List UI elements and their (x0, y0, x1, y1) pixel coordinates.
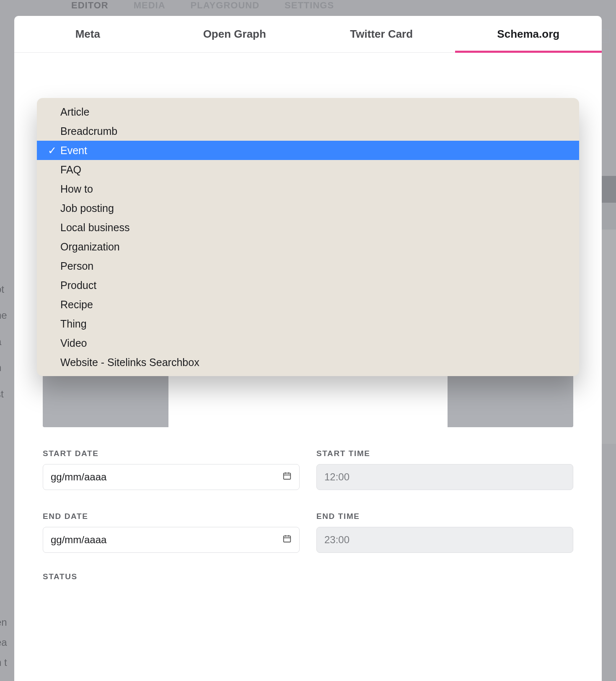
dropdown-item-label: How to (60, 183, 93, 195)
start-row: START DATE gg/mm/aaaa START TIME 12:00 (43, 449, 573, 490)
end-time-input[interactable]: 23:00 (316, 527, 573, 553)
dropdown-item-label: Job posting (60, 202, 114, 214)
dropdown-item-label: FAQ (60, 164, 81, 176)
start-time-label: START TIME (316, 449, 573, 458)
end-row: END DATE gg/mm/aaaa END TIME 23:00 (43, 512, 573, 553)
tab-twitter-card[interactable]: Twitter Card (308, 16, 455, 52)
start-time-value: 12:00 (324, 471, 349, 483)
end-time-value: 23:00 (324, 534, 349, 546)
tab-meta[interactable]: Meta (14, 16, 161, 52)
modal-tabs: Meta Open Graph Twitter Card Schema.org (14, 16, 602, 53)
modal-body: Article Breadcrumb ✓ Event FAQ How to Jo… (14, 53, 602, 681)
dropdown-item-breadcrumb[interactable]: Breadcrumb (37, 121, 579, 141)
dropdown-item-label: Recipe (60, 299, 93, 311)
start-date-label: START DATE (43, 449, 300, 458)
dropdown-item-label: Thing (60, 318, 87, 330)
tab-schema-org[interactable]: Schema.org (455, 16, 602, 52)
dropdown-item-person[interactable]: Person (37, 256, 579, 276)
status-field: STATUS (43, 572, 573, 581)
dropdown-item-label: Website - Sitelinks Searchbox (60, 356, 199, 369)
dropdown-item-job-posting[interactable]: Job posting (37, 199, 579, 218)
dropdown-item-product[interactable]: Product (37, 276, 579, 295)
end-time-field: END TIME 23:00 (316, 512, 573, 553)
calendar-icon[interactable] (282, 471, 292, 483)
tab-open-graph[interactable]: Open Graph (161, 16, 308, 52)
start-date-value: gg/mm/aaaa (51, 471, 106, 483)
dropdown-item-organization[interactable]: Organization (37, 237, 579, 256)
end-date-field: END DATE gg/mm/aaaa (43, 512, 300, 553)
dropdown-item-event[interactable]: ✓ Event (37, 141, 579, 160)
svg-rect-2 (284, 473, 291, 480)
dropdown-item-label: Breadcrumb (60, 125, 117, 137)
end-date-label: END DATE (43, 512, 300, 521)
dropdown-item-recipe[interactable]: Recipe (37, 295, 579, 314)
dropdown-item-local-business[interactable]: Local business (37, 218, 579, 237)
schema-type-dropdown: Article Breadcrumb ✓ Event FAQ How to Jo… (37, 98, 579, 376)
end-time-label: END TIME (316, 512, 573, 521)
dropdown-item-label: Video (60, 337, 87, 349)
dropdown-item-label: Article (60, 106, 89, 118)
check-icon: ✓ (48, 144, 59, 157)
dropdown-item-video[interactable]: Video (37, 333, 579, 353)
dropdown-item-article[interactable]: Article (37, 102, 579, 121)
dropdown-item-label: Organization (60, 241, 120, 253)
dropdown-item-howto[interactable]: How to (37, 179, 579, 199)
status-label: STATUS (43, 572, 573, 581)
start-date-field: START DATE gg/mm/aaaa (43, 449, 300, 490)
dropdown-item-label: Product (60, 279, 96, 291)
dropdown-item-label: Local business (60, 222, 129, 234)
calendar-icon[interactable] (282, 534, 292, 546)
dropdown-item-thing[interactable]: Thing (37, 314, 579, 333)
seo-modal: Meta Open Graph Twitter Card Schema.org … (14, 16, 602, 681)
start-time-field: START TIME 12:00 (316, 449, 573, 490)
start-time-input[interactable]: 12:00 (316, 464, 573, 490)
start-date-input[interactable]: gg/mm/aaaa (43, 464, 300, 490)
svg-rect-6 (284, 536, 291, 542)
dropdown-item-faq[interactable]: FAQ (37, 160, 579, 179)
end-date-value: gg/mm/aaaa (51, 534, 106, 546)
dropdown-item-label: Person (60, 260, 93, 272)
dropdown-item-website-searchbox[interactable]: Website - Sitelinks Searchbox (37, 353, 579, 372)
dropdown-item-label: Event (60, 144, 87, 157)
end-date-input[interactable]: gg/mm/aaaa (43, 527, 300, 553)
